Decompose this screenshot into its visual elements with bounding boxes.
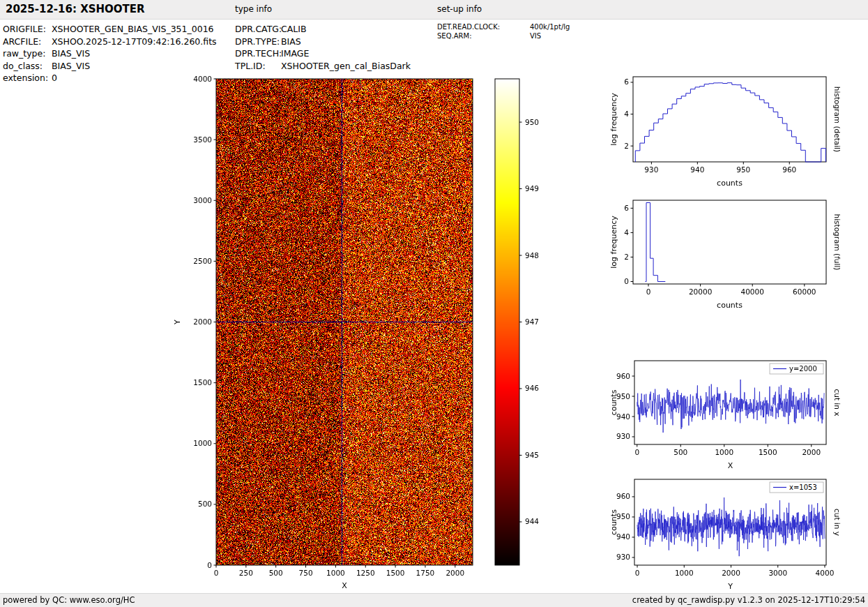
field-label-det-read-clock: DET.READ.CLOCK: bbox=[437, 22, 530, 31]
colorbar-tick-label: 946 bbox=[525, 384, 539, 392]
histogram_full-xlabel: counts bbox=[717, 301, 743, 310]
field-value-seq-arm: VIS bbox=[530, 32, 541, 40]
field-label-seq-arm: SEQ.ARM: bbox=[437, 31, 530, 40]
y-tick-label: 6 bbox=[624, 204, 629, 212]
field-label-dpr-type: DPR.TYPE: bbox=[235, 36, 281, 48]
field-value-dpr-catg: CALIB bbox=[281, 24, 307, 34]
field-label-do-class: do_class: bbox=[3, 60, 52, 73]
x-tick-label: 1500 bbox=[386, 569, 405, 577]
field-label-dpr-tech: DPR.TECH: bbox=[235, 47, 281, 60]
field-value-dpr-type: BIAS bbox=[281, 36, 301, 47]
y-tick-label: 960 bbox=[616, 372, 630, 380]
x-tick-label: 1000 bbox=[326, 569, 345, 577]
x-tick-label: 930 bbox=[644, 165, 658, 174]
setup-info-row: DET.READ.CLOCK:400k/1pt/lg bbox=[437, 22, 570, 31]
y-tick-label: 1000 bbox=[193, 439, 212, 447]
colorbar-tick-label: 947 bbox=[525, 317, 539, 326]
file-info-row: extension:0 bbox=[3, 72, 217, 84]
x-tick-label: 940 bbox=[690, 165, 704, 174]
x-tick-label: 1500 bbox=[759, 448, 777, 456]
type-info-block: DPR.CATG:CALIB DPR.TYPE:BIAS DPR.TECH:IM… bbox=[235, 23, 411, 72]
y-tick-label: 940 bbox=[616, 412, 630, 421]
colorbar-tick-label: 950 bbox=[525, 118, 539, 126]
field-value-do-class: BIAS_VIS bbox=[52, 61, 90, 71]
field-label-extension: extension: bbox=[3, 72, 52, 84]
y-tick-label: 4 bbox=[624, 228, 629, 237]
y-tick-label: 2500 bbox=[193, 257, 212, 265]
bias_image-xlabel: X bbox=[342, 581, 347, 590]
x-tick-label: 0 bbox=[214, 569, 219, 577]
colorbar-tick-label: 944 bbox=[525, 517, 539, 525]
x-tick-label: 950 bbox=[736, 165, 750, 174]
histogram_detail-xlabel: counts bbox=[717, 179, 743, 188]
histogram_detail-ylabel: log frequency bbox=[609, 93, 618, 146]
y-tick-label: 2 bbox=[624, 142, 629, 150]
colorbar-tick-label: 948 bbox=[525, 251, 539, 260]
cut_in_y-side-label: cut in y bbox=[833, 509, 842, 536]
x-tick-label: 960 bbox=[782, 165, 796, 174]
x-tick-label: 250 bbox=[239, 569, 253, 577]
cut_in_x-side-label: cut in x bbox=[833, 389, 842, 416]
header-bar: 2025-12-16: XSHOOTER type info set-up in… bbox=[0, 0, 868, 20]
legend-box bbox=[770, 482, 823, 493]
field-value-origfile: XSHOOTER_GEN_BIAS_VIS_351_0016 bbox=[52, 24, 214, 34]
colorbar-tick-label: 949 bbox=[525, 184, 539, 193]
cut_in_x-xlabel: X bbox=[728, 461, 733, 470]
colorbar-tick-label: 945 bbox=[525, 451, 539, 459]
footer-created-by: created by qc_rawdisp.py v1.2.3 on 2025-… bbox=[632, 594, 865, 607]
file-info-block: ORIGFILE:XSHOOTER_GEN_BIAS_VIS_351_0016 … bbox=[3, 23, 217, 84]
y-tick-label: 2000 bbox=[193, 317, 212, 326]
type-info-row: DPR.TYPE:BIAS bbox=[235, 36, 411, 48]
legend-label: y=2000 bbox=[789, 365, 817, 373]
file-info-row: ARCFILE:XSHOO.2025-12-17T09:42:16.260.fi… bbox=[3, 36, 217, 48]
x-tick-label: 40000 bbox=[741, 287, 764, 296]
footer-powered-by: powered by QC: www.eso.org/HC bbox=[3, 594, 135, 607]
y-tick-label: 950 bbox=[616, 512, 630, 520]
type-info-row: TPL.ID:XSHOOTER_gen_cal_BiasDark bbox=[235, 60, 411, 73]
y-tick-label: 2 bbox=[624, 253, 629, 261]
y-tick-label: 0 bbox=[207, 561, 212, 569]
y-tick-label: 4 bbox=[624, 110, 629, 118]
y-tick-label: 3000 bbox=[193, 196, 212, 204]
field-label-tpl-id: TPL.ID: bbox=[235, 60, 281, 73]
type-info-row: DPR.TECH:IMAGE bbox=[235, 47, 411, 60]
y-tick-label: 1500 bbox=[193, 378, 212, 387]
y-tick-label: 500 bbox=[198, 500, 212, 508]
file-info-row: do_class:BIAS_VIS bbox=[3, 60, 217, 73]
field-value-extension: 0 bbox=[52, 73, 57, 83]
file-info-row: raw_type:BIAS_VIS bbox=[3, 47, 217, 60]
cut_in_y-ylabel: counts bbox=[609, 509, 618, 535]
field-value-arcfile: XSHOO.2025-12-17T09:42:16.260.fits bbox=[52, 36, 217, 47]
y-tick-label: 6 bbox=[624, 77, 629, 86]
field-value-raw-type: BIAS_VIS bbox=[52, 48, 90, 59]
y-tick-label: 950 bbox=[616, 392, 630, 400]
histogram_full-ylabel: log frequency bbox=[609, 216, 618, 269]
field-label-raw-type: raw_type: bbox=[3, 47, 52, 60]
histogram_detail-frame bbox=[633, 77, 826, 162]
footer-bar: powered by QC: www.eso.org/HC created by… bbox=[0, 593, 868, 607]
legend-label: x=1053 bbox=[789, 484, 817, 491]
field-label-dpr-catg: DPR.CATG: bbox=[235, 23, 281, 36]
setup-info-row: SEQ.ARM:VIS bbox=[437, 31, 570, 40]
x-tick-label: 2000 bbox=[802, 448, 821, 456]
cut-in-y-line bbox=[637, 497, 825, 556]
x-tick-label: 60000 bbox=[793, 287, 816, 296]
setup-info-heading: set-up info bbox=[437, 0, 482, 19]
histogram-detail-curve bbox=[635, 83, 825, 162]
x-tick-label: 1750 bbox=[416, 569, 435, 577]
x-tick-label: 500 bbox=[269, 569, 283, 577]
bias-image bbox=[216, 79, 473, 565]
cut_in_x-frame bbox=[634, 361, 826, 444]
field-value-tpl-id: XSHOOTER_gen_cal_BiasDark bbox=[281, 61, 411, 71]
x-tick-label: 500 bbox=[673, 448, 687, 456]
histogram_full-side-label: histogram (full) bbox=[833, 214, 842, 271]
y-tick-label: 3500 bbox=[193, 135, 212, 144]
x-tick-label: 0 bbox=[634, 448, 639, 456]
y-tick-label: 960 bbox=[616, 492, 630, 500]
footer-qc-link[interactable]: www.eso.org/HC bbox=[70, 595, 135, 605]
y-tick-label: 0 bbox=[624, 277, 629, 285]
type-info-heading: type info bbox=[235, 0, 272, 19]
y-tick-label: 940 bbox=[616, 532, 630, 541]
field-value-dpr-tech: IMAGE bbox=[281, 48, 309, 59]
setup-info-block: DET.READ.CLOCK:400k/1pt/lg SEQ.ARM:VIS bbox=[437, 22, 570, 40]
